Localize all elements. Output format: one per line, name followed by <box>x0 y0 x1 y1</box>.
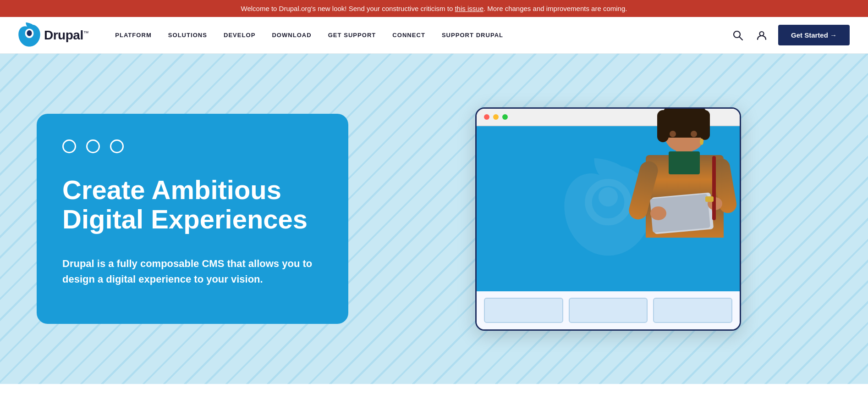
nav-item-solutions[interactable]: SOLUTIONS <box>160 17 215 54</box>
hero-title: Create Ambitious Digital Experiences <box>62 175 323 234</box>
header-actions: Get Started → <box>731 25 850 45</box>
nav-item-get-support[interactable]: GET SUPPORT <box>320 17 385 54</box>
hero-subtitle: Drupal is a fully composable CMS that al… <box>62 256 323 287</box>
browser-content <box>477 126 740 291</box>
nav-item-develop[interactable]: DEVELOP <box>215 17 264 54</box>
announcement-text-after: . More changes and improvements are comi… <box>483 5 627 12</box>
browser-mockup <box>475 107 741 331</box>
user-icon <box>757 30 767 40</box>
hero-dot-1 <box>62 139 76 153</box>
nav-item-support-drupal[interactable]: SUPPORT DRUPAL <box>434 17 511 54</box>
announcement-bar: Welcome to Drupal.org's new look! Send y… <box>0 0 868 17</box>
announcement-link[interactable]: this issue <box>455 5 483 12</box>
browser-dot-green <box>502 114 508 120</box>
search-icon <box>733 30 743 40</box>
header: Drupal™ PLATFORM SOLUTIONS DEVELOP DOWNL… <box>0 17 868 54</box>
get-started-button[interactable]: Get Started → <box>778 25 850 45</box>
nav-item-download[interactable]: DOWNLOAD <box>264 17 319 54</box>
hero-dots <box>62 139 323 153</box>
hero-visual <box>385 107 831 331</box>
browser-dot-yellow <box>493 114 499 120</box>
browser-thumb-2 <box>569 298 648 323</box>
hero-dot-2 <box>86 139 100 153</box>
browser-thumb-3 <box>653 298 732 323</box>
browser-thumb-1 <box>484 298 563 323</box>
svg-point-2 <box>759 32 764 36</box>
svg-line-1 <box>739 37 742 40</box>
person-image <box>627 107 741 280</box>
svg-point-4 <box>599 187 618 206</box>
browser-bottom-cards <box>477 291 740 329</box>
nav-item-platform[interactable]: PLATFORM <box>107 17 160 54</box>
hero-card: Create Ambitious Digital Experiences Dru… <box>37 114 348 324</box>
user-button[interactable] <box>754 28 769 43</box>
main-nav: PLATFORM SOLUTIONS DEVELOP DOWNLOAD GET … <box>107 17 731 54</box>
logo-label: Drupal™ <box>44 28 88 43</box>
drupal-logo-icon <box>18 22 40 48</box>
logo[interactable]: Drupal™ <box>18 22 88 48</box>
search-button[interactable] <box>731 28 745 43</box>
announcement-text-before: Welcome to Drupal.org's new look! Send y… <box>241 5 455 12</box>
hero-dot-3 <box>110 139 124 153</box>
hero-section: Create Ambitious Digital Experiences Dru… <box>0 54 868 384</box>
nav-item-connect[interactable]: CONNECT <box>384 17 434 54</box>
browser-dot-red <box>484 114 489 120</box>
